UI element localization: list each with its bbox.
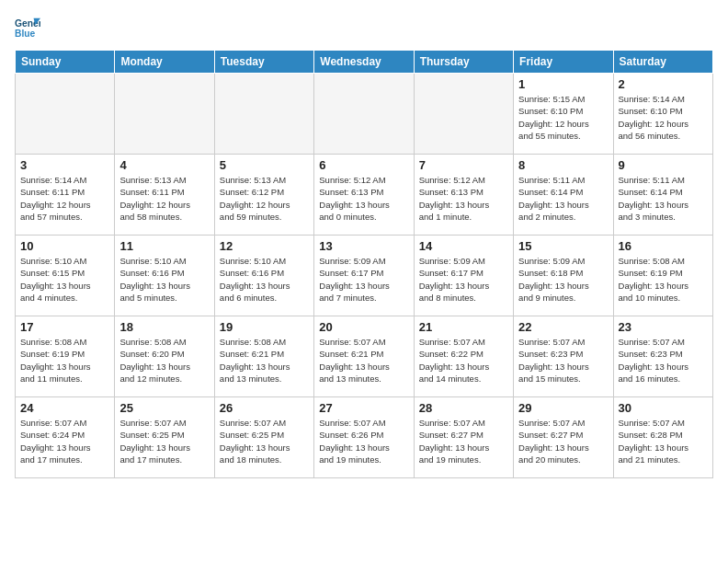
calendar-week: 24Sunrise: 5:07 AM Sunset: 6:24 PM Dayli… <box>16 397 713 478</box>
header: General Blue <box>15 15 713 40</box>
cell-info: Sunrise: 5:14 AM Sunset: 6:11 PM Dayligh… <box>20 174 109 223</box>
calendar-cell: 26Sunrise: 5:07 AM Sunset: 6:25 PM Dayli… <box>214 397 313 478</box>
calendar-cell: 22Sunrise: 5:07 AM Sunset: 6:23 PM Dayli… <box>514 316 613 397</box>
cell-info: Sunrise: 5:07 AM Sunset: 6:23 PM Dayligh… <box>619 336 708 385</box>
logo: General Blue <box>15 15 40 40</box>
weekday-header: Wednesday <box>314 51 414 74</box>
day-number: 20 <box>319 320 408 334</box>
cell-info: Sunrise: 5:11 AM Sunset: 6:14 PM Dayligh… <box>619 174 708 223</box>
cell-info: Sunrise: 5:10 AM Sunset: 6:15 PM Dayligh… <box>20 255 109 304</box>
day-number: 30 <box>619 401 708 415</box>
cell-info: Sunrise: 5:07 AM Sunset: 6:25 PM Dayligh… <box>220 417 309 465</box>
day-number: 1 <box>518 77 608 91</box>
cell-info: Sunrise: 5:09 AM Sunset: 6:18 PM Dayligh… <box>518 255 608 304</box>
day-number: 17 <box>20 320 109 334</box>
calendar-cell: 17Sunrise: 5:08 AM Sunset: 6:19 PM Dayli… <box>16 316 115 397</box>
cell-info: Sunrise: 5:15 AM Sunset: 6:10 PM Dayligh… <box>518 93 608 142</box>
day-number: 21 <box>419 320 508 334</box>
logo-icon: General Blue <box>15 15 40 40</box>
weekday-header: Saturday <box>613 51 712 74</box>
day-number: 2 <box>619 77 708 91</box>
calendar-body: 1Sunrise: 5:15 AM Sunset: 6:10 PM Daylig… <box>16 74 713 478</box>
cell-info: Sunrise: 5:13 AM Sunset: 6:11 PM Dayligh… <box>119 174 209 223</box>
cell-info: Sunrise: 5:13 AM Sunset: 6:12 PM Dayligh… <box>220 174 309 223</box>
day-number: 24 <box>20 401 109 415</box>
day-number: 25 <box>119 401 209 415</box>
day-number: 15 <box>518 239 608 253</box>
cell-info: Sunrise: 5:12 AM Sunset: 6:13 PM Dayligh… <box>419 174 508 223</box>
day-number: 27 <box>319 401 408 415</box>
calendar-cell: 29Sunrise: 5:07 AM Sunset: 6:27 PM Dayli… <box>514 397 613 478</box>
calendar-cell: 23Sunrise: 5:07 AM Sunset: 6:23 PM Dayli… <box>613 316 712 397</box>
calendar-cell: 3Sunrise: 5:14 AM Sunset: 6:11 PM Daylig… <box>16 155 115 236</box>
day-number: 26 <box>220 401 309 415</box>
cell-info: Sunrise: 5:08 AM Sunset: 6:19 PM Dayligh… <box>619 255 708 304</box>
calendar-cell: 30Sunrise: 5:07 AM Sunset: 6:28 PM Dayli… <box>613 397 712 478</box>
day-number: 23 <box>619 320 708 334</box>
calendar-cell: 16Sunrise: 5:08 AM Sunset: 6:19 PM Dayli… <box>613 236 712 316</box>
cell-info: Sunrise: 5:07 AM Sunset: 6:26 PM Dayligh… <box>319 417 408 465</box>
cell-info: Sunrise: 5:08 AM Sunset: 6:21 PM Dayligh… <box>220 336 309 385</box>
cell-info: Sunrise: 5:14 AM Sunset: 6:10 PM Dayligh… <box>619 93 708 142</box>
calendar-cell: 4Sunrise: 5:13 AM Sunset: 6:11 PM Daylig… <box>115 155 214 236</box>
cell-info: Sunrise: 5:12 AM Sunset: 6:13 PM Dayligh… <box>319 174 408 223</box>
calendar-cell: 20Sunrise: 5:07 AM Sunset: 6:21 PM Dayli… <box>314 316 414 397</box>
weekday-header: Monday <box>115 51 214 74</box>
cell-info: Sunrise: 5:07 AM Sunset: 6:27 PM Dayligh… <box>518 417 608 465</box>
calendar-week: 1Sunrise: 5:15 AM Sunset: 6:10 PM Daylig… <box>16 74 713 155</box>
calendar-cell <box>115 74 214 155</box>
day-number: 4 <box>119 158 209 172</box>
day-number: 18 <box>119 320 209 334</box>
day-number: 7 <box>419 158 508 172</box>
calendar-cell: 6Sunrise: 5:12 AM Sunset: 6:13 PM Daylig… <box>314 155 414 236</box>
calendar-cell <box>314 74 414 155</box>
calendar-cell: 24Sunrise: 5:07 AM Sunset: 6:24 PM Dayli… <box>16 397 115 478</box>
calendar-cell <box>414 74 513 155</box>
calendar-cell: 12Sunrise: 5:10 AM Sunset: 6:16 PM Dayli… <box>214 236 313 316</box>
cell-info: Sunrise: 5:10 AM Sunset: 6:16 PM Dayligh… <box>220 255 309 304</box>
day-number: 6 <box>319 158 408 172</box>
cell-info: Sunrise: 5:08 AM Sunset: 6:19 PM Dayligh… <box>20 336 109 385</box>
weekday-header: Thursday <box>414 51 513 74</box>
day-number: 11 <box>119 239 209 253</box>
calendar-week: 17Sunrise: 5:08 AM Sunset: 6:19 PM Dayli… <box>16 316 713 397</box>
day-number: 10 <box>20 239 109 253</box>
calendar-cell: 13Sunrise: 5:09 AM Sunset: 6:17 PM Dayli… <box>314 236 414 316</box>
calendar-week: 3Sunrise: 5:14 AM Sunset: 6:11 PM Daylig… <box>16 155 713 236</box>
cell-info: Sunrise: 5:07 AM Sunset: 6:22 PM Dayligh… <box>419 336 508 385</box>
calendar-cell: 21Sunrise: 5:07 AM Sunset: 6:22 PM Dayli… <box>414 316 513 397</box>
day-number: 22 <box>518 320 608 334</box>
day-number: 3 <box>20 158 109 172</box>
day-number: 13 <box>319 239 408 253</box>
calendar-cell: 10Sunrise: 5:10 AM Sunset: 6:15 PM Dayli… <box>16 236 115 316</box>
calendar-cell: 8Sunrise: 5:11 AM Sunset: 6:14 PM Daylig… <box>514 155 613 236</box>
calendar-cell: 7Sunrise: 5:12 AM Sunset: 6:13 PM Daylig… <box>414 155 513 236</box>
calendar-cell <box>214 74 313 155</box>
day-number: 16 <box>619 239 708 253</box>
cell-info: Sunrise: 5:10 AM Sunset: 6:16 PM Dayligh… <box>119 255 209 304</box>
cell-info: Sunrise: 5:07 AM Sunset: 6:28 PM Dayligh… <box>619 417 708 465</box>
calendar-header: SundayMondayTuesdayWednesdayThursdayFrid… <box>16 51 713 74</box>
calendar-cell: 19Sunrise: 5:08 AM Sunset: 6:21 PM Dayli… <box>214 316 313 397</box>
cell-info: Sunrise: 5:07 AM Sunset: 6:21 PM Dayligh… <box>319 336 408 385</box>
cell-info: Sunrise: 5:07 AM Sunset: 6:27 PM Dayligh… <box>419 417 508 465</box>
calendar-cell: 1Sunrise: 5:15 AM Sunset: 6:10 PM Daylig… <box>514 74 613 155</box>
cell-info: Sunrise: 5:07 AM Sunset: 6:23 PM Dayligh… <box>518 336 608 385</box>
calendar-cell: 11Sunrise: 5:10 AM Sunset: 6:16 PM Dayli… <box>115 236 214 316</box>
cell-info: Sunrise: 5:08 AM Sunset: 6:20 PM Dayligh… <box>119 336 209 385</box>
calendar-cell: 27Sunrise: 5:07 AM Sunset: 6:26 PM Dayli… <box>314 397 414 478</box>
cell-info: Sunrise: 5:09 AM Sunset: 6:17 PM Dayligh… <box>419 255 508 304</box>
weekday-header: Sunday <box>16 51 115 74</box>
calendar-cell: 14Sunrise: 5:09 AM Sunset: 6:17 PM Dayli… <box>414 236 513 316</box>
calendar-cell: 15Sunrise: 5:09 AM Sunset: 6:18 PM Dayli… <box>514 236 613 316</box>
day-number: 14 <box>419 239 508 253</box>
calendar-cell: 5Sunrise: 5:13 AM Sunset: 6:12 PM Daylig… <box>214 155 313 236</box>
day-number: 8 <box>518 158 608 172</box>
weekday-header: Tuesday <box>214 51 313 74</box>
calendar-cell: 2Sunrise: 5:14 AM Sunset: 6:10 PM Daylig… <box>613 74 712 155</box>
calendar-cell: 25Sunrise: 5:07 AM Sunset: 6:25 PM Dayli… <box>115 397 214 478</box>
calendar-cell: 9Sunrise: 5:11 AM Sunset: 6:14 PM Daylig… <box>613 155 712 236</box>
calendar-cell <box>16 74 115 155</box>
cell-info: Sunrise: 5:07 AM Sunset: 6:25 PM Dayligh… <box>119 417 209 465</box>
cell-info: Sunrise: 5:07 AM Sunset: 6:24 PM Dayligh… <box>20 417 109 465</box>
